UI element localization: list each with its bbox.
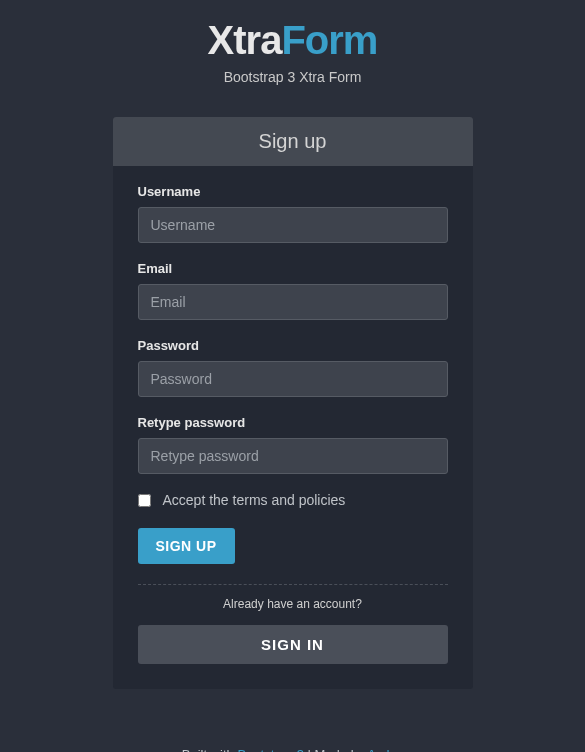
terms-checkbox[interactable] — [138, 494, 151, 507]
panel-body: Username Email Password Retype password … — [113, 166, 473, 689]
terms-row: Accept the terms and policies — [138, 492, 448, 508]
retype-label: Retype password — [138, 415, 448, 430]
email-label: Email — [138, 261, 448, 276]
bootstrap-link[interactable]: Bootstrap 3 — [237, 747, 304, 752]
author-link[interactable]: Aydev — [367, 747, 403, 752]
retype-input[interactable] — [138, 438, 448, 474]
signup-panel: Sign up Username Email Password Retype p… — [113, 117, 473, 689]
password-label: Password — [138, 338, 448, 353]
signin-button[interactable]: SIGN IN — [138, 625, 448, 664]
panel-heading: Sign up — [113, 117, 473, 166]
brand-header: XtraForm Bootstrap 3 Xtra Form — [208, 18, 378, 85]
footer-built: Built with — [182, 747, 238, 752]
page-container: XtraForm Bootstrap 3 Xtra Form Sign up U… — [0, 0, 585, 752]
password-input[interactable] — [138, 361, 448, 397]
email-group: Email — [138, 261, 448, 320]
brand-title: XtraForm — [208, 18, 378, 63]
footer-separator: | Made by — [304, 747, 367, 752]
brand-part1: Xtra — [208, 18, 282, 62]
retype-group: Retype password — [138, 415, 448, 474]
username-label: Username — [138, 184, 448, 199]
divider — [138, 584, 448, 585]
signup-button[interactable]: SIGN UP — [138, 528, 235, 564]
terms-label: Accept the terms and policies — [163, 492, 346, 508]
already-text: Already have an account? — [138, 597, 448, 611]
username-input[interactable] — [138, 207, 448, 243]
password-group: Password — [138, 338, 448, 397]
email-input[interactable] — [138, 284, 448, 320]
brand-part2: Form — [281, 18, 377, 62]
username-group: Username — [138, 184, 448, 243]
footer: Built with Bootstrap 3 | Made by Aydev — [182, 747, 403, 752]
brand-subtitle: Bootstrap 3 Xtra Form — [208, 69, 378, 85]
